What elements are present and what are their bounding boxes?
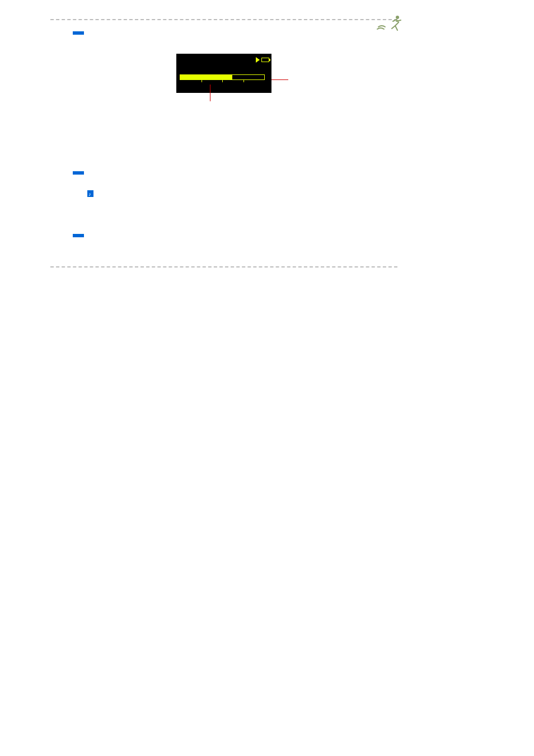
operation-label	[73, 234, 84, 237]
note-label: ♪	[87, 190, 93, 197]
step-number	[73, 134, 87, 137]
operation-label	[73, 31, 84, 35]
battery-icon	[261, 58, 269, 62]
step-number	[73, 256, 87, 259]
step-number	[73, 44, 87, 46]
volume-slider	[180, 74, 265, 80]
divider	[50, 266, 397, 267]
divider	[50, 19, 397, 20]
runner-icon	[376, 15, 405, 34]
svg-point-0	[396, 16, 399, 19]
operation-label	[73, 171, 84, 175]
volume-display-diagram	[50, 54, 397, 121]
step-number	[73, 246, 87, 248]
play-icon	[256, 57, 260, 63]
step-number	[73, 184, 87, 199]
